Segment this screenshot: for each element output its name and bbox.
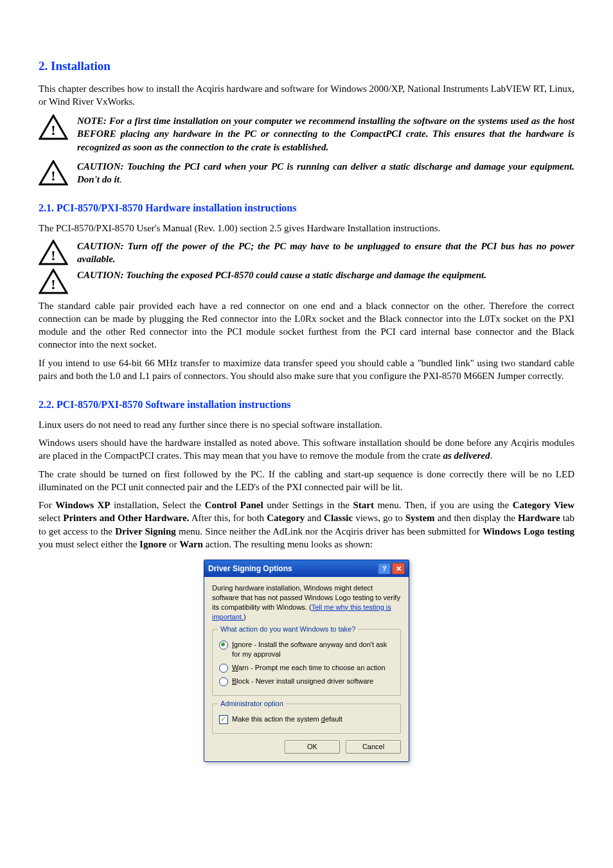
radio-label: Ignore - Install the software anyway and… bbox=[232, 640, 394, 659]
document-page: 2. Installation This chapter describes h… bbox=[0, 0, 613, 868]
t: Warn bbox=[179, 539, 203, 549]
caution-row-3: ! CAUTION: Touching the exposed PCI-8570… bbox=[39, 269, 574, 294]
caution-row-2: ! CAUTION: Turn off the power of the PC;… bbox=[39, 240, 574, 266]
ok-button[interactable]: OK bbox=[285, 740, 340, 754]
t: Start bbox=[353, 500, 374, 510]
t: and bbox=[305, 513, 324, 523]
svg-text:!: ! bbox=[51, 168, 55, 184]
dialog-titlebar[interactable]: Driver Signing Options ? ✕ bbox=[204, 560, 409, 577]
t: lock - Never install unsigned driver sof… bbox=[236, 677, 373, 685]
hw-p1: The PCI-8570/PXI-8570 User's Manual (Rev… bbox=[39, 222, 574, 235]
svg-text:!: ! bbox=[51, 122, 55, 138]
action-fieldset: What action do you want Windows to take?… bbox=[212, 629, 401, 696]
period: . bbox=[120, 174, 122, 184]
radio-label: Block - Never install unsigned driver so… bbox=[232, 677, 373, 686]
sw-mixed: For Windows XP installation, Select the … bbox=[39, 499, 574, 551]
t: System bbox=[405, 513, 435, 523]
t: menu. Since neither the AdLink nor the A… bbox=[176, 526, 483, 536]
help-button[interactable]: ? bbox=[378, 563, 391, 574]
checkbox-icon bbox=[219, 715, 228, 724]
t: you must select either the bbox=[39, 539, 139, 549]
caution-body: Touching the PCI card when your PC is ru… bbox=[77, 161, 574, 184]
sw-p3: The crate should be turned on first foll… bbox=[39, 468, 574, 494]
note-body: For a first time installation on your co… bbox=[77, 116, 574, 152]
t: W bbox=[232, 664, 238, 671]
heading-sw-install: 2.2. PCI-8570/PXI-8570 Software installa… bbox=[39, 398, 574, 412]
t: select bbox=[39, 513, 63, 523]
admin-fieldset: Administrator option Make this action th… bbox=[212, 704, 401, 734]
t: menu. Then, if you are using the bbox=[374, 500, 513, 510]
t: Category View bbox=[513, 500, 574, 510]
t: Hardware bbox=[518, 513, 560, 523]
t: views, go to bbox=[353, 513, 405, 523]
caution-text: CAUTION: Turn off the power of the PC; t… bbox=[77, 240, 574, 266]
t: and then display the bbox=[435, 513, 518, 523]
caution-icon: ! bbox=[39, 114, 68, 140]
radio-icon bbox=[219, 677, 228, 686]
admin-legend: Administrator option bbox=[218, 699, 286, 709]
action-legend: What action do you want Windows to take? bbox=[218, 624, 358, 634]
note-text: NOTE: For a first time installation on y… bbox=[77, 114, 574, 154]
t: . bbox=[490, 450, 492, 461]
caution-lead: CAUTION: bbox=[77, 161, 124, 172]
caution-body: : Turn off the power of the PC; the PC m… bbox=[77, 241, 574, 264]
svg-text:!: ! bbox=[51, 276, 55, 292]
caution-text: CAUTION: Touching the PCI card when your… bbox=[77, 160, 574, 186]
t: Classic bbox=[324, 513, 353, 523]
intro-paragraph: This chapter describes how to install th… bbox=[39, 82, 574, 109]
t: Windows XP bbox=[55, 500, 110, 510]
t: Printers and Other Hardware. bbox=[63, 513, 189, 523]
caution-icon: ! bbox=[39, 240, 68, 265]
driver-signing-dialog: Driver Signing Options ? ✕ During hardwa… bbox=[204, 560, 409, 762]
caution-lead: CAUTION: bbox=[77, 270, 124, 280]
t: Windows Logo testing bbox=[483, 526, 574, 536]
hw-p3: If you intend to use 64-bit 66 MHz trans… bbox=[39, 357, 574, 383]
radio-icon bbox=[219, 664, 228, 673]
t: as delivered bbox=[443, 450, 490, 461]
heading-hw-install: 2.1. PCI-8570/PXI-8570 Hardware installa… bbox=[39, 201, 574, 215]
t: under Settings in the bbox=[263, 500, 353, 510]
t: For bbox=[39, 500, 55, 510]
checkbox-label: Make this action the system default bbox=[232, 714, 342, 724]
t: gnore - Install the software anyway and … bbox=[232, 641, 387, 658]
caution-icon: ! bbox=[39, 269, 68, 294]
t: action. The resulting menu looks as show… bbox=[203, 539, 373, 549]
checkbox-default[interactable]: Make this action the system default bbox=[219, 714, 394, 724]
t: installation, Select the bbox=[111, 500, 205, 510]
sw-p1: Linux users do not need to read any furt… bbox=[39, 418, 574, 431]
cancel-button[interactable]: Cancel bbox=[346, 740, 401, 754]
caution-lead: CAUTION bbox=[77, 241, 121, 251]
dialog-figure: Driver Signing Options ? ✕ During hardwa… bbox=[39, 560, 574, 762]
svg-text:!: ! bbox=[51, 247, 55, 263]
t: efault bbox=[325, 715, 342, 723]
t: or bbox=[166, 539, 179, 549]
t: Make this action the system bbox=[232, 715, 321, 723]
heading-installation: 2. Installation bbox=[39, 58, 574, 75]
note-lead: NOTE: bbox=[77, 116, 107, 126]
radio-block[interactable]: Block - Never install unsigned driver so… bbox=[219, 677, 394, 686]
hw-p2: The standard cable pair provided each ha… bbox=[39, 299, 574, 351]
caution-icon: ! bbox=[39, 160, 68, 186]
radio-ignore[interactable]: Ignore - Install the software anyway and… bbox=[219, 640, 394, 659]
caution-text: CAUTION: Touching the exposed PCI-8570 c… bbox=[77, 269, 574, 281]
radio-label: Warn - Prompt me each time to choose an … bbox=[232, 663, 386, 673]
t: arn - Prompt me each time to choose an a… bbox=[238, 664, 386, 671]
t: Control Panel bbox=[205, 500, 263, 510]
t: Driver Signing bbox=[115, 526, 176, 536]
caution-row-1: ! CAUTION: Touching the PCI card when yo… bbox=[39, 160, 574, 186]
radio-warn[interactable]: Warn - Prompt me each time to choose an … bbox=[219, 663, 394, 673]
t: After this, for both bbox=[189, 513, 267, 523]
dialog-title: Driver Signing Options bbox=[208, 563, 377, 574]
t: Ignore bbox=[139, 539, 166, 549]
dialog-buttons: OK Cancel bbox=[212, 740, 401, 754]
caution-body: Touching the exposed PCI-8570 could caus… bbox=[124, 270, 486, 280]
sw-p2: Windows users should have the hardware i… bbox=[39, 436, 574, 463]
radio-icon bbox=[219, 641, 228, 650]
t: Category bbox=[267, 513, 305, 523]
t: Windows users should have the hardware i… bbox=[39, 438, 574, 461]
t: ) bbox=[244, 613, 246, 621]
dialog-body: During hardware installation, Windows mi… bbox=[204, 577, 409, 761]
dialog-intro: During hardware installation, Windows mi… bbox=[212, 583, 401, 621]
note-row-1: ! NOTE: For a first time installation on… bbox=[39, 114, 574, 154]
close-button[interactable]: ✕ bbox=[392, 563, 405, 574]
